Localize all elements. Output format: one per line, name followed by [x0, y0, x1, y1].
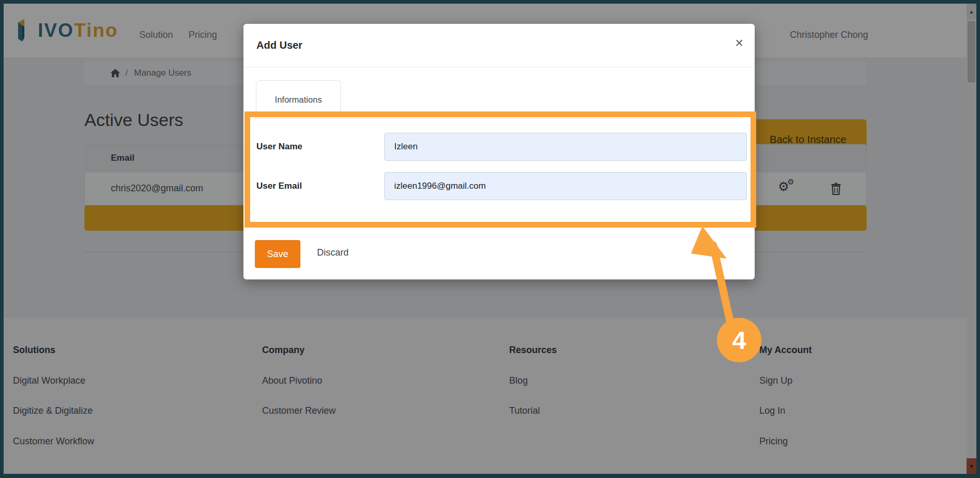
modal-title: Add User [256, 39, 302, 51]
tutorial-highlight-box [244, 111, 756, 228]
discard-button[interactable]: Discard [317, 247, 349, 258]
close-icon[interactable]: × [735, 36, 743, 50]
save-button[interactable]: Save [255, 240, 300, 268]
modal-header: Add User × [243, 24, 755, 67]
window-frame-top [0, 0, 980, 4]
window-frame-left [0, 0, 4, 478]
window-frame-right [976, 0, 980, 478]
window-frame-bottom [0, 474, 980, 478]
